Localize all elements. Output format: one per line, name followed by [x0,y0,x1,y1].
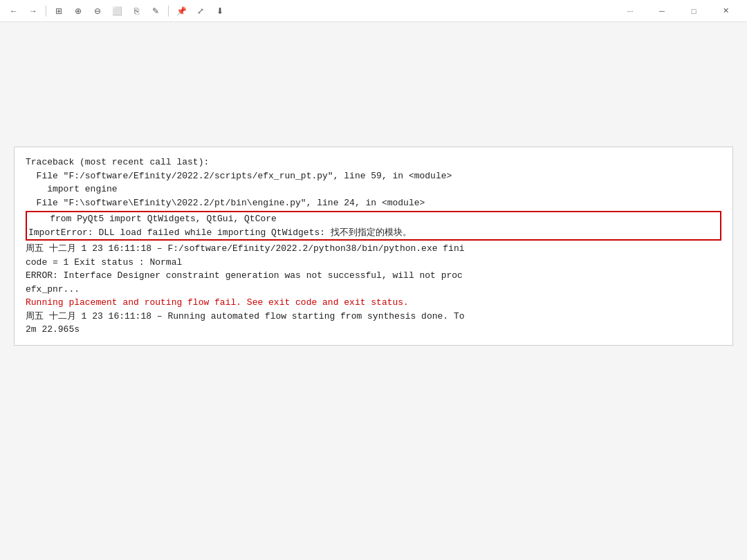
copy-button[interactable]: ⎘ [128,3,145,19]
log-line-0: Traceback (most recent call last): [26,156,721,169]
fit-button[interactable]: ⬜ [109,3,125,19]
forward-button[interactable]: → [25,3,42,19]
toolbar-separator-1 [46,6,46,17]
highlighted-error-block: from PyQt5 import QtWidgets, QtGui, QtCo… [26,211,721,241]
log-line-5: ImportError: DLL load failed while impor… [28,226,719,240]
zoom-out-button[interactable]: ⊖ [89,3,106,19]
more-button[interactable]: ··· [614,0,646,22]
pin-button[interactable]: 📌 [173,3,190,19]
download-button[interactable]: ⬇ [212,3,228,19]
log-line-9: efx_pnr... [26,283,721,297]
log-line-7: code = 1 Exit status : Normal [26,256,721,270]
log-line-6: 周五 十二月 1 23 16:11:18 – F:/software/Efini… [26,242,721,256]
log-line-4: from PyQt5 import QtWidgets, QtGui, QtCo… [28,212,719,226]
log-line-8: ERROR: Interface Designer constraint gen… [26,269,721,283]
close-button[interactable]: ✕ [710,0,741,22]
titlebar: ← → ⊞ ⊕ ⊖ ⬜ ⎘ ✎ 📌 ⤢ ⬇ ··· ─ □ ✕ [0,0,747,22]
log-line-2: import engine [26,183,721,196]
zoom-in-button[interactable]: ⊕ [70,3,86,19]
window-controls: ··· ─ □ ✕ [614,0,741,22]
restore-button[interactable]: □ [678,0,710,22]
toolbar: ← → ⊞ ⊕ ⊖ ⬜ ⎘ ✎ 📌 ⤢ ⬇ [6,3,228,19]
toolbar-separator-2 [168,6,169,17]
minimize-button[interactable]: ─ [646,0,678,22]
resize-button[interactable]: ⤢ [192,3,209,19]
log-line-3: File "F:\software\Efinity\2022.2/pt/bin\… [26,196,721,210]
log-line-11: 周五 十二月 1 23 16:11:18 – Running automated… [26,310,721,324]
log-line-10: Running placement and routing flow fail.… [26,296,721,310]
edit-button[interactable]: ✎ [147,3,164,19]
grid-button[interactable]: ⊞ [50,3,67,19]
log-line-12: 2m 22.965s [26,323,721,337]
back-button[interactable]: ← [6,3,22,19]
log-panel: Traceback (most recent call last): File … [14,147,733,346]
main-area: Traceback (most recent call last): File … [0,22,747,560]
log-line-1: File "F:/software/Efinity/2022.2/scripts… [26,169,721,183]
